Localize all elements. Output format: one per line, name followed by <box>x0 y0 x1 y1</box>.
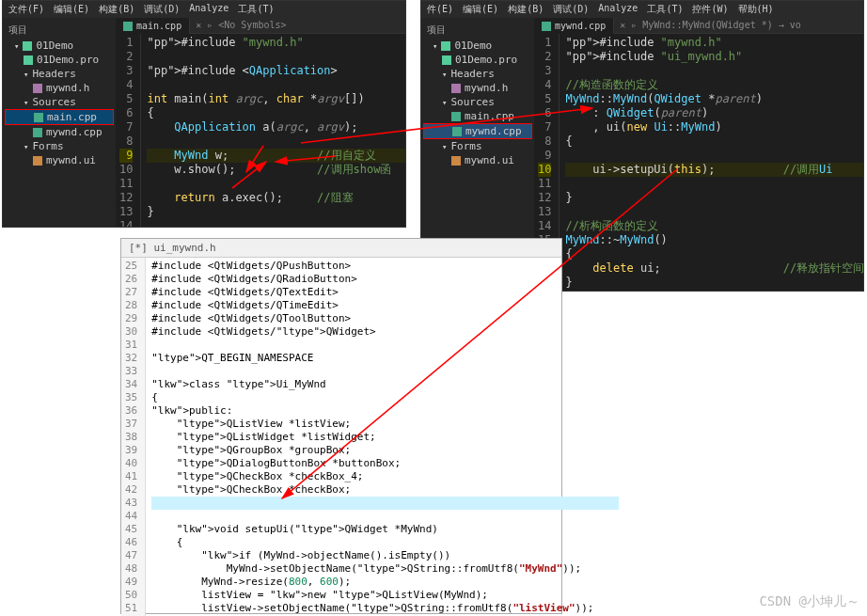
tree-main-cpp[interactable]: main.cpp <box>423 109 532 123</box>
menu-item[interactable]: 编辑(E) <box>54 3 89 16</box>
tree-mywnd-cpp[interactable]: mywnd.cpp <box>5 125 114 139</box>
tree-pro-file[interactable]: 01Demo.pro <box>423 53 532 67</box>
gutter-left: 1234567891011121314 <box>116 34 141 227</box>
tree-mywnd-ui[interactable]: mywnd.ui <box>5 153 114 167</box>
symbol-nav[interactable]: ✕ ▹ <No Symbols> <box>190 18 405 34</box>
menu-item[interactable]: Analyze <box>189 3 229 16</box>
code-right[interactable]: "pp">#include "mywnd.h""pp">#include "ui… <box>560 34 863 291</box>
symbol-nav[interactable]: ✕ ▹ MyWnd::MyWnd(QWidget *) → vo <box>614 18 863 34</box>
menu-item[interactable]: 控件(W) <box>692 3 728 16</box>
menu-item[interactable]: 件(E) <box>427 3 453 16</box>
tree-main-cpp[interactable]: main.cpp <box>5 109 114 125</box>
menu-item[interactable]: 构建(B) <box>508 3 544 16</box>
tree-headers[interactable]: ▾Headers <box>423 67 532 81</box>
menu-item[interactable]: 调试(D) <box>553 3 589 16</box>
ui-header-editor: [*] ui_mywnd.h 2526272829303132333435363… <box>120 238 562 614</box>
gutter-light: 2526272829303132333435363738394041424344… <box>121 258 146 616</box>
cpp-icon <box>542 22 551 31</box>
tree-project[interactable]: ▾01Demo <box>5 39 114 53</box>
code-light[interactable]: #include <QtWidgets/QPushButton>#include… <box>146 258 619 616</box>
editor-tab[interactable]: mywnd.cpp <box>534 18 614 34</box>
tree-header-file[interactable]: mywnd.h <box>423 81 532 95</box>
menu-item[interactable]: 帮助(H) <box>738 3 774 16</box>
menu-item[interactable]: 编辑(E) <box>463 3 498 16</box>
project-tree-header: 项目 <box>423 22 532 39</box>
tree-headers[interactable]: ▾Headers <box>5 67 114 81</box>
menu-item[interactable]: 调试(D) <box>144 3 180 16</box>
menubar-right: 件(E) 编辑(E) 构建(B) 调试(D) Analyze 工具(T) 控件(… <box>421 1 863 18</box>
tree-sources[interactable]: ▾Sources <box>423 95 532 109</box>
tree-header-file[interactable]: mywnd.h <box>5 81 114 95</box>
cpp-icon <box>123 22 133 31</box>
tree-mywnd-cpp[interactable]: mywnd.cpp <box>423 123 532 139</box>
tree-mywnd-ui[interactable]: mywnd.ui <box>423 153 532 167</box>
menu-item[interactable]: Analyze <box>598 3 638 16</box>
menu-item[interactable]: 工具(T) <box>238 3 274 16</box>
watermark: CSDN @小坤儿～ <box>759 593 859 610</box>
editor-left: main.cpp ✕ ▹ <No Symbols> 12345678910111… <box>116 18 405 227</box>
tree-forms[interactable]: ▾Forms <box>423 139 532 153</box>
left-ide-window: 文件(F) 编辑(E) 构建(B) 调试(D) Analyze 工具(T) 项目… <box>2 0 406 228</box>
project-tree-header: 项目 <box>5 22 114 39</box>
code-left[interactable]: "pp">#include "mywnd.h""pp">#include <QA… <box>141 34 405 227</box>
editor-tab[interactable]: [*] ui_mywnd.h <box>121 239 561 258</box>
menu-item[interactable]: 工具(T) <box>647 3 683 16</box>
tree-sources[interactable]: ▾Sources <box>5 95 114 109</box>
editor-right: mywnd.cpp ✕ ▹ MyWnd::MyWnd(QWidget *) → … <box>534 18 863 291</box>
menubar-left: 文件(F) 编辑(E) 构建(B) 调试(D) Analyze 工具(T) <box>3 1 405 18</box>
tree-pro-file[interactable]: 01Demo.pro <box>5 53 114 67</box>
editor-tab[interactable]: main.cpp <box>116 18 190 34</box>
menu-item[interactable]: 构建(B) <box>99 3 134 16</box>
project-tree-left[interactable]: 项目 ▾01Demo 01Demo.pro ▾Headers mywnd.h ▾… <box>3 18 116 227</box>
tree-project[interactable]: ▾01Demo <box>423 39 532 53</box>
menu-item[interactable]: 文件(F) <box>8 3 44 16</box>
tree-forms[interactable]: ▾Forms <box>5 139 114 153</box>
